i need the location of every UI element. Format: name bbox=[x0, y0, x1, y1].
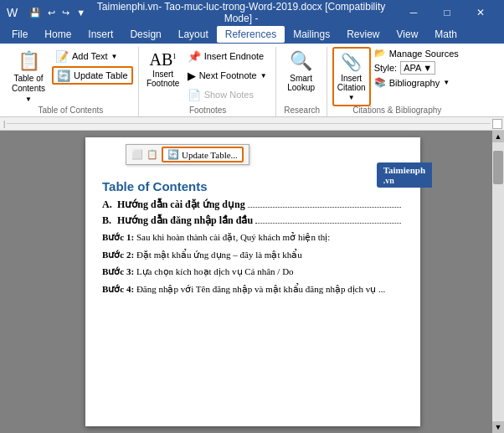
scroll-up-button[interactable]: ▲ bbox=[492, 131, 504, 142]
bibliography-label: Bibliography bbox=[389, 78, 440, 88]
ribbon-group-research: 🔍 SmartLookup Research bbox=[278, 47, 327, 116]
menu-math[interactable]: Math bbox=[426, 26, 465, 43]
bibliography-dropdown: ▼ bbox=[443, 79, 450, 86]
floating-update-label: Update Table... bbox=[182, 150, 238, 160]
ruler-marker-end bbox=[492, 119, 502, 129]
citations-group-label: Citations & Bibliography bbox=[329, 106, 465, 115]
ruler-marker-1: | bbox=[3, 120, 5, 128]
restore-button[interactable]: □ bbox=[430, 0, 464, 25]
insert-endnote-label: Insert Endnote bbox=[204, 51, 265, 61]
body-text-1: Sau khi hoàn thành cài đặt, Quý khách mở… bbox=[134, 232, 330, 242]
toc-entry-a: A. Hướng dẫn cài đặt ứng dụng bbox=[102, 198, 404, 211]
next-footnote-dropdown: ▼ bbox=[260, 72, 267, 80]
floating-update-table-button[interactable]: 🔄 Update Table... bbox=[162, 147, 244, 162]
menu-references[interactable]: References bbox=[217, 26, 285, 43]
manage-sources-label: Manage Sources bbox=[389, 49, 459, 59]
body-label-3: Bước 3: bbox=[102, 266, 134, 276]
smart-lookup-label: SmartLookup bbox=[287, 74, 315, 92]
menu-design[interactable]: Design bbox=[121, 26, 169, 43]
manage-sources-icon: 📂 bbox=[374, 48, 386, 59]
style-value: APA bbox=[404, 63, 421, 73]
menu-file[interactable]: File bbox=[3, 26, 36, 43]
menu-mailings[interactable]: Mailings bbox=[285, 26, 338, 43]
body-text-2: Đặt mật khẩu ứng dụng – đây là mật khẩu bbox=[134, 250, 302, 260]
save-icon[interactable]: 💾 bbox=[29, 8, 41, 18]
smart-lookup-icon: 🔍 bbox=[290, 50, 312, 72]
bibliography-icon: 📚 bbox=[374, 77, 386, 88]
manage-sources-button[interactable]: 📂 Manage Sources bbox=[373, 47, 460, 59]
floating-update-icon: 🔄 bbox=[167, 149, 179, 160]
toc-dots-a bbox=[248, 207, 401, 208]
add-text-dropdown: ▼ bbox=[111, 53, 118, 60]
customize-icon[interactable]: ▼ bbox=[76, 8, 85, 18]
insert-citation-dropdown: ▼ bbox=[348, 94, 355, 101]
floating-toolbar: ⬜ 📋 🔄 Update Table... bbox=[126, 144, 249, 165]
scroll-track[interactable] bbox=[492, 142, 504, 421]
insert-citation-label: InsertCitation bbox=[337, 74, 366, 92]
menu-insert[interactable]: Insert bbox=[80, 26, 121, 43]
smart-lookup-button[interactable]: 🔍 SmartLookup bbox=[281, 47, 321, 95]
word-icon: W bbox=[7, 6, 18, 19]
minimize-button[interactable]: ─ bbox=[397, 0, 430, 25]
body-para-1: Bước 1: Sau khi hoàn thành cài đặt, Quý … bbox=[102, 230, 404, 245]
title-bar-left: W 💾 ↩ ↪ ▼ bbox=[7, 6, 85, 19]
body-text-3: Lựa chọn kích hoạt dịch vụ Cá nhân / Do bbox=[134, 266, 293, 276]
close-button[interactable]: ✕ bbox=[464, 0, 497, 25]
update-table-button[interactable]: 🔄 Update Table bbox=[52, 66, 133, 85]
toc-group-label: Table of Contents bbox=[3, 106, 138, 115]
citations-stack: 📂 Manage Sources Style: APA ▼ 📚 Bibliogr… bbox=[373, 47, 460, 89]
show-notes-icon: 📄 bbox=[188, 89, 201, 101]
next-footnote-icon: ▶ bbox=[188, 70, 196, 82]
toc-heading: Table of Contents bbox=[102, 179, 404, 193]
document-scroll[interactable]: ⬜ 📋 🔄 Update Table... Table of Contents … bbox=[13, 131, 492, 433]
floating-toolbar-icon2: 📋 bbox=[147, 149, 158, 160]
toc-icon: 📋 bbox=[18, 50, 40, 72]
title-bar: W 💾 ↩ ↪ ▼ Taimienphi.vn- Tao-muc-luc-tro… bbox=[0, 0, 504, 25]
left-margin bbox=[0, 131, 13, 433]
undo-icon[interactable]: ↩ bbox=[48, 8, 55, 18]
show-notes-button[interactable]: 📄 Show Notes bbox=[184, 85, 270, 104]
document-title: Taimienphi.vn- Tao-muc-luc-trong-Word-20… bbox=[85, 1, 397, 24]
menu-view[interactable]: View bbox=[388, 26, 427, 43]
menu-layout[interactable]: Layout bbox=[170, 26, 217, 43]
toc-dropdown-icon: ▼ bbox=[25, 95, 32, 103]
bibliography-button[interactable]: 📚 Bibliography ▼ bbox=[373, 76, 460, 89]
insert-endnote-button[interactable]: 📌 Insert Endnote bbox=[184, 47, 270, 65]
body-label-1: Bước 1: bbox=[102, 232, 134, 242]
footnote-icon: AB1 bbox=[149, 50, 176, 70]
menu-home[interactable]: Home bbox=[36, 26, 80, 43]
style-select[interactable]: APA ▼ bbox=[400, 61, 435, 75]
ribbon: 📋 Table ofContents ▼ 📝 Add Text ▼ 🔄 Upda… bbox=[0, 44, 504, 117]
window-controls: ─ □ ✕ bbox=[397, 0, 497, 25]
add-text-button[interactable]: 📝 Add Text ▼ bbox=[52, 47, 133, 65]
scroll-thumb[interactable] bbox=[493, 151, 503, 184]
update-table-icon: 🔄 bbox=[57, 70, 70, 82]
quick-access-toolbar: 💾 ↩ ↪ ▼ bbox=[29, 8, 85, 18]
insert-footnote-button[interactable]: AB1 InsertFootnote bbox=[144, 47, 183, 91]
show-notes-label: Show Notes bbox=[204, 90, 254, 100]
body-label-2: Bước 2: bbox=[102, 250, 134, 260]
insert-footnote-label: InsertFootnote bbox=[147, 70, 179, 88]
research-group-label: Research bbox=[278, 106, 327, 115]
menu-bar: File Home Insert Design Layout Reference… bbox=[0, 25, 504, 44]
right-scrollbar: ▲ ▼ bbox=[492, 131, 504, 433]
toc-text-a: Hướng dẫn cài đặt ứng dụng bbox=[117, 198, 245, 211]
body-para-3: Bước 3: Lựa chọn kích hoạt dịch vụ Cá nh… bbox=[102, 265, 404, 279]
watermark: Taimienph.vn bbox=[377, 162, 432, 188]
body-label-4: Bước 4: bbox=[102, 284, 134, 294]
ribbon-group-toc: 📋 Table ofContents ▼ 📝 Add Text ▼ 🔄 Upda… bbox=[3, 47, 139, 116]
style-label-text: Style: bbox=[374, 63, 398, 73]
style-row: Style: APA ▼ bbox=[373, 60, 460, 75]
redo-icon[interactable]: ↪ bbox=[62, 8, 69, 18]
ruler-content: | bbox=[2, 117, 502, 130]
scroll-down-button[interactable]: ▼ bbox=[492, 421, 504, 433]
ribbon-group-footnotes: AB1 InsertFootnote 📌 Insert Endnote ▶ Ne… bbox=[141, 47, 276, 116]
table-of-contents-button[interactable]: 📋 Table ofContents ▼ bbox=[7, 47, 50, 106]
toc-entry-b: B. Hướng dẫn đăng nhập lần đầu bbox=[102, 214, 404, 227]
footnotes-group-label: Footnotes bbox=[141, 106, 275, 115]
toc-letter-a: A. bbox=[102, 198, 117, 211]
next-footnote-button[interactable]: ▶ Next Footnote ▼ bbox=[184, 66, 270, 85]
body-text-4: Đăng nhập với Tên đăng nhập và mật khẩu … bbox=[134, 284, 385, 294]
insert-citation-button[interactable]: 📎 InsertCitation ▼ bbox=[332, 47, 371, 106]
menu-review[interactable]: Review bbox=[338, 26, 388, 43]
